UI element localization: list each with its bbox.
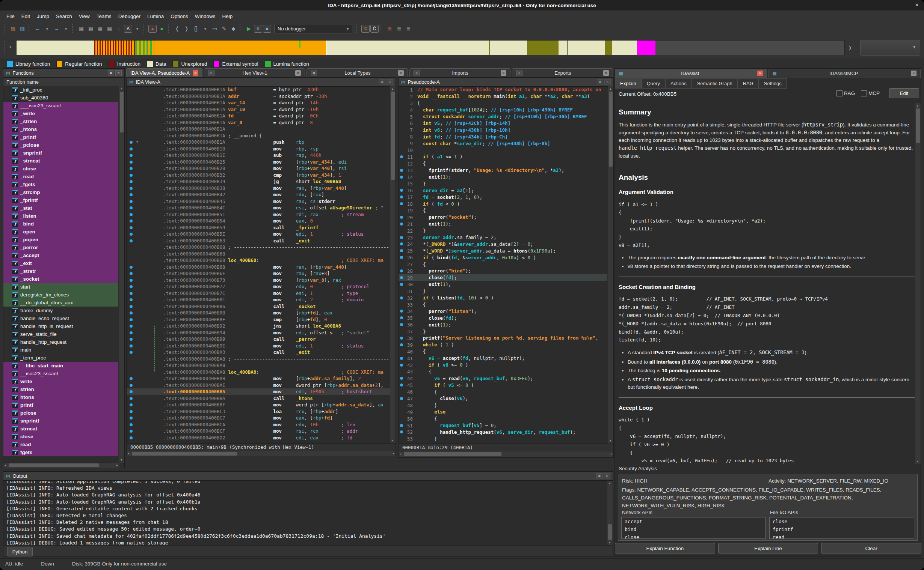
disasm-line[interactable]: .text:0000000000400B1B mov rbp, rsp [126, 146, 390, 152]
close-icon[interactable]: ✕ [386, 79, 393, 85]
function-item[interactable]: fserve_static_file [3, 330, 118, 338]
function-item[interactable]: f__do_global_dtors_aux [3, 299, 118, 306]
function-name-column-header[interactable]: Function name [3, 78, 125, 86]
subtab-actions[interactable]: Actions [665, 78, 692, 89]
breakpoint-dot-icon[interactable] [129, 154, 132, 157]
function-item[interactable]: f___isoc23_sscanf [3, 102, 118, 110]
jump-icon[interactable]: ↓ [115, 25, 123, 33]
collapse-icon[interactable]: ▾ [136, 140, 138, 144]
function-item[interactable]: f_strstr [3, 267, 118, 275]
disasm-line[interactable]: .text:0000000000400B1A var_8 = qword ptr… [126, 120, 390, 126]
tab-imports[interactable]: ≡Imports✕ [409, 68, 510, 77]
function-item[interactable]: fpclose [3, 409, 118, 417]
menu-edit[interactable]: Edit [18, 12, 34, 21]
breakpoint-dot-icon[interactable] [129, 147, 132, 150]
pseudocode-line[interactable]: 42 if ( v6 >= 0 ) [398, 362, 607, 368]
function-item[interactable]: f_read [3, 173, 118, 181]
tab-exports[interactable]: ≡Exports✕ [512, 68, 613, 77]
subtab-explain[interactable]: Explain [615, 78, 641, 89]
menu-teams[interactable]: Teams [93, 12, 115, 21]
pseudocode-line[interactable]: 49 else [398, 409, 607, 415]
nav-filter-dropdown[interactable]: ▼ [860, 40, 920, 55]
disasm-line[interactable]: .text:0000000000400BBF mov word ptr [rbp… [126, 401, 390, 408]
disasm-line[interactable]: .text:0000000000400B32 cmp [rbp+var_434]… [126, 172, 390, 179]
sig-icon[interactable]: ▦ [96, 25, 105, 33]
breakpoint-dot-icon[interactable] [129, 410, 132, 413]
breakpoint-dot-icon[interactable] [400, 377, 403, 380]
nav-chevron-icon[interactable]: ❯ [848, 45, 852, 50]
breakpoint-dot-icon[interactable] [400, 222, 403, 225]
breakpoint-dot-icon[interactable] [129, 233, 132, 236]
tab-idassistmcp[interactable]: ▤IDAssistMCP✕ [769, 69, 921, 78]
function-item[interactable]: fread [3, 441, 118, 448]
function-item[interactable]: fprintf [3, 401, 118, 409]
clear-button[interactable]: Clear [821, 543, 921, 553]
function-item[interactable]: f_strcmp [3, 188, 118, 196]
breakpoint-dot-icon[interactable] [400, 155, 403, 158]
braces-icon[interactable]: {} [192, 25, 200, 33]
disasm-line[interactable]: .text:0000000000400B81 mov edi, 2 ; doma… [126, 296, 390, 303]
pseudocode-line[interactable]: 41 v6 = accept(fd, nullptr, nullptr); [398, 355, 607, 362]
subtab-semantic-graph[interactable]: Semantic Graph [692, 78, 738, 89]
loader-icon[interactable]: ▦ [105, 25, 114, 33]
breakpoint-dot-icon[interactable] [129, 292, 132, 295]
menu-search[interactable]: Search [52, 12, 75, 21]
function-item[interactable]: f_init_proc [3, 86, 118, 94]
menu-debugger[interactable]: Debugger [115, 12, 144, 21]
edit-button[interactable]: Edit [889, 88, 919, 98]
pseudocode-line[interactable]: 15 } [398, 180, 607, 187]
breakpoint-dot-icon[interactable] [129, 384, 132, 387]
pseudocode-line[interactable]: 31 } [398, 288, 607, 294]
function-item[interactable]: f_htons [3, 125, 118, 133]
function-item[interactable]: f_popen [3, 236, 118, 244]
breakpoint-dot-icon[interactable] [129, 187, 132, 190]
pseudocode-line[interactable]: 14 exit(1); [398, 174, 607, 181]
pseudocode-line[interactable]: 27 { [398, 261, 607, 268]
function-item[interactable]: fsnprintf [3, 417, 118, 425]
function-item[interactable]: fderegister_tm_clones [3, 291, 118, 299]
disasm-line[interactable]: .text:0000000000400B1A addr = sockaddr p… [126, 93, 390, 100]
api-list-item[interactable]: close [770, 518, 914, 526]
breakpoint-dot-icon[interactable] [129, 338, 132, 341]
function-item[interactable]: f_close [3, 165, 118, 173]
tab-local-types[interactable]: 0Local Types✕ [306, 68, 407, 77]
disasm-line[interactable]: .text:0000000000400BCA mov edx, 10h ; le… [126, 421, 390, 428]
disasm-horizontal-scrollbar[interactable]: ◂ ▸ [126, 450, 395, 456]
function-item[interactable]: fhandle_http_request [3, 338, 118, 346]
function-item[interactable]: fsub_400360 [3, 94, 118, 102]
pseudocode-line[interactable]: 1// Main server loop: binds TCP socket t… [398, 86, 607, 93]
tab-close-icon[interactable]: ✕ [757, 70, 763, 76]
function-item[interactable]: f_snprintf [3, 149, 118, 157]
disasm-line[interactable]: .text:0000000000400B4C mov esi, offset a… [126, 204, 390, 211]
breakpoint-dot-icon[interactable] [129, 377, 132, 380]
breakpoint-dot-icon[interactable] [400, 323, 403, 326]
breakpoint-dot-icon[interactable] [400, 196, 403, 199]
pseudocode-line[interactable]: 10 [398, 147, 607, 153]
disasm-line[interactable]: .text:0000000000400B3B mov rax, [rbp+var… [126, 185, 390, 192]
disasm-line[interactable]: .text:0000000000400B42 mov rdx, [rax] [126, 192, 390, 198]
menu-file[interactable]: File [3, 12, 18, 21]
breakpoint-dot-icon[interactable] [400, 431, 403, 434]
pseudocode-line[interactable]: 53 } [398, 435, 607, 442]
function-item[interactable]: fclose [3, 433, 118, 441]
restore-icon[interactable]: ▣ [108, 70, 114, 76]
function-item[interactable]: f_fgets [3, 181, 118, 188]
disasm-line[interactable]: .text:0000000000400B63 call _exit [126, 238, 390, 244]
subtab-settings[interactable]: Settings [759, 78, 787, 89]
pseudocode-line[interactable]: 5 struct sockaddr server_addr; // [rsp+4… [398, 113, 607, 120]
debug-play-icon[interactable]: ▶ [244, 25, 253, 33]
breakpoint-dot-icon[interactable] [129, 167, 132, 170]
disasm-line[interactable]: .text:0000000000400B1A ; __unwind { [126, 132, 390, 139]
breakpoint-dot-icon[interactable] [129, 219, 132, 222]
subtab-query[interactable]: Query [641, 78, 665, 89]
menu-windows[interactable]: Windows [192, 12, 219, 21]
debugger-select[interactable]: No debugger▾ [274, 24, 352, 34]
function-item[interactable]: fstart [3, 283, 118, 291]
forward-icon[interactable]: → [52, 25, 61, 33]
disasm-line[interactable]: .text:0000000000400B54 mov eax, 0 [126, 218, 390, 224]
library-icon[interactable]: ▦ [77, 25, 86, 33]
pseudocode-line[interactable]: 43 { [398, 368, 607, 375]
edit-icon[interactable]: ✎ [220, 25, 228, 33]
disasm-line[interactable]: .text:0000000000400BA3 call _exit [126, 349, 390, 356]
breakpoint-dot-icon[interactable] [400, 202, 403, 205]
